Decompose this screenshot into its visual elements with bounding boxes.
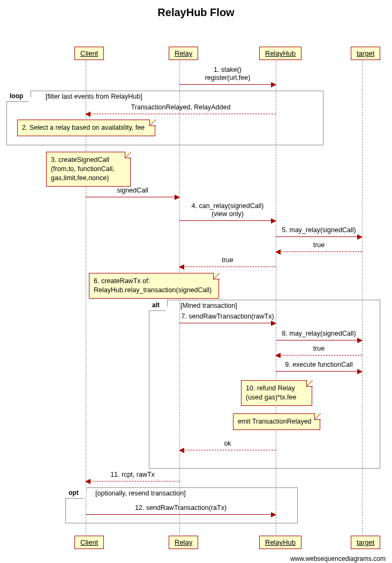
actor-client-top: Client bbox=[74, 47, 104, 60]
actor-relayhub-bottom: RelayHub bbox=[259, 536, 301, 549]
note-create-signed-call: 3. createSignedCall (from,to, functionCa… bbox=[46, 152, 131, 187]
actor-relay-top: Relay bbox=[169, 47, 198, 60]
frame-opt-cond: [optionally, resend transaction] bbox=[95, 490, 186, 497]
actor-target-top: target bbox=[351, 47, 380, 60]
note-emit-event: emit TransactionRelayed bbox=[233, 413, 320, 430]
sequence-diagram: Client Relay RelayHub target Client Rela… bbox=[0, 21, 392, 552]
actor-target-bottom: target bbox=[351, 536, 380, 549]
actor-relay-bottom: Relay bbox=[169, 536, 198, 549]
frame-alt-cond: [Mined transaction] bbox=[180, 302, 237, 309]
frame-alt-tag: alt bbox=[149, 300, 168, 311]
actor-client-bottom: Client bbox=[74, 536, 104, 549]
frame-loop-tag: loop bbox=[6, 91, 31, 102]
note-refund-relay: 10. refund Relay (used gas)*tx.fee bbox=[241, 380, 312, 406]
diagram-title: RelayHub Flow bbox=[0, 0, 392, 21]
actor-relayhub-top: RelayHub bbox=[259, 47, 301, 60]
credit-text: www.websequencediagrams.com bbox=[0, 552, 392, 563]
note-select-relay: 2. Select a relay based on availability,… bbox=[17, 120, 155, 136]
frame-opt-tag: opt bbox=[65, 487, 87, 499]
frame-loop: loop [filter last events from RelayHub] bbox=[6, 91, 323, 145]
note-create-rawtx: 6. createRawTx of: RelayHub.relay_transa… bbox=[89, 273, 219, 299]
frame-loop-cond: [filter last events from RelayHub] bbox=[46, 93, 142, 100]
